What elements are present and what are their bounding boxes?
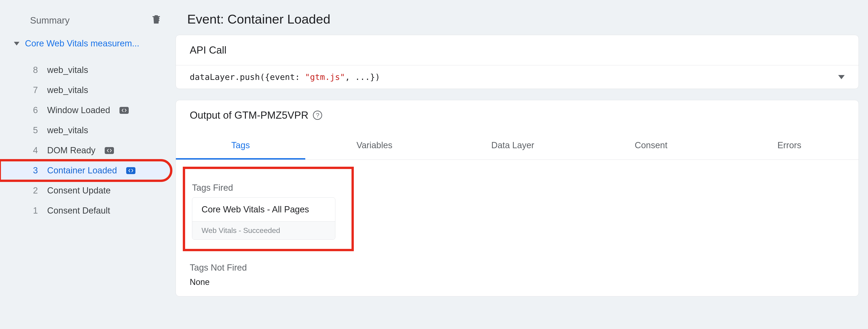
sidebar-item-num: 2: [30, 186, 38, 196]
sidebar-item-num: 1: [30, 206, 38, 216]
sidebar-root[interactable]: Core Web Vitals measurem...: [0, 36, 171, 51]
sidebar-item-num: 6: [30, 105, 38, 115]
sidebar-header: Summary: [0, 14, 171, 36]
code-chip-icon: [105, 147, 114, 154]
tab-consent[interactable]: Consent: [582, 133, 720, 160]
sidebar-item-label: Container Loaded: [47, 166, 117, 175]
sidebar-item-7[interactable]: 7web_vitals: [0, 80, 171, 100]
output-header-label: Output of GTM-PMZ5VPR: [190, 109, 308, 121]
sidebar-item-label: Window Loaded: [47, 105, 110, 115]
sidebar-item-num: 4: [30, 145, 38, 155]
sidebar-item-1[interactable]: 1Consent Default: [0, 201, 171, 221]
sidebar-item-num: 7: [30, 85, 38, 95]
api-call-row[interactable]: dataLayer.push({event: "gtm.js", ...}): [176, 65, 859, 89]
sidebar-item-label: web_vitals: [47, 85, 88, 95]
sidebar-item-2[interactable]: 2Consent Update: [0, 180, 171, 201]
sidebar-item-label: web_vitals: [47, 65, 88, 75]
tags-fired-label: Tags Fired: [192, 183, 345, 193]
code-chip-icon: [126, 167, 135, 174]
api-call-card: API Call dataLayer.push({event: "gtm.js"…: [176, 35, 859, 89]
tab-variables[interactable]: Variables: [305, 133, 444, 160]
summary-label: Summary: [30, 15, 69, 26]
caret-down-icon: [14, 42, 20, 45]
tab-tags[interactable]: Tags: [176, 133, 305, 160]
main: Event: Container Loaded API Call dataLay…: [176, 0, 868, 329]
sidebar-item-num: 3: [30, 166, 38, 175]
help-icon[interactable]: ?: [313, 110, 322, 120]
api-call-string: "gtm.js": [305, 72, 345, 82]
code-chip-icon: [120, 107, 129, 114]
tab-errors[interactable]: Errors: [720, 133, 859, 160]
tab-data-layer[interactable]: Data Layer: [444, 133, 582, 160]
tag-card[interactable]: Core Web Vitals - All Pages Web Vitals -…: [192, 197, 335, 240]
tag-card-title: Core Web Vitals - All Pages: [192, 198, 335, 222]
api-call-pre: dataLayer.push({event:: [190, 72, 305, 82]
sidebar-root-label: Core Web Vitals measurem...: [25, 38, 140, 48]
sidebar-item-5[interactable]: 5web_vitals: [0, 120, 171, 140]
sidebar-item-label: Consent Default: [47, 206, 110, 216]
sidebar-item-num: 8: [30, 65, 38, 75]
sidebar: Summary Core Web Vitals measurem... 8web…: [0, 0, 176, 329]
sidebar-item-6[interactable]: 6Window Loaded: [0, 100, 171, 120]
none-text: None: [190, 277, 845, 287]
api-call-post: , ...}): [345, 72, 380, 82]
sidebar-list: 8web_vitals7web_vitals6Window Loaded5web…: [0, 60, 171, 221]
api-call-header: API Call: [176, 35, 859, 65]
tag-card-status: Web Vitals - Succeeded: [192, 222, 335, 239]
output-header: Output of GTM-PMZ5VPR ?: [176, 100, 859, 130]
tabs: TagsVariablesData LayerConsentErrors: [176, 133, 859, 160]
clear-icon[interactable]: [151, 14, 162, 27]
api-call-code: dataLayer.push({event: "gtm.js", ...}): [190, 72, 380, 82]
sidebar-item-label: web_vitals: [47, 125, 88, 135]
chevron-down-icon: [838, 75, 845, 79]
tags-fired-highlight: Tags Fired Core Web Vitals - All Pages W…: [183, 167, 354, 251]
sidebar-item-4[interactable]: 4DOM Ready: [0, 140, 171, 161]
page-title: Event: Container Loaded: [176, 9, 859, 35]
output-body: Tags Fired Core Web Vitals - All Pages W…: [176, 160, 859, 296]
sidebar-item-3[interactable]: 3Container Loaded: [0, 161, 171, 180]
tags-not-fired-label: Tags Not Fired: [190, 263, 845, 273]
sidebar-item-label: DOM Ready: [47, 145, 95, 155]
sidebar-item-label: Consent Update: [47, 186, 111, 196]
sidebar-item-num: 5: [30, 125, 38, 135]
output-card: Output of GTM-PMZ5VPR ? TagsVariablesDat…: [176, 100, 859, 296]
sidebar-item-8[interactable]: 8web_vitals: [0, 60, 171, 80]
